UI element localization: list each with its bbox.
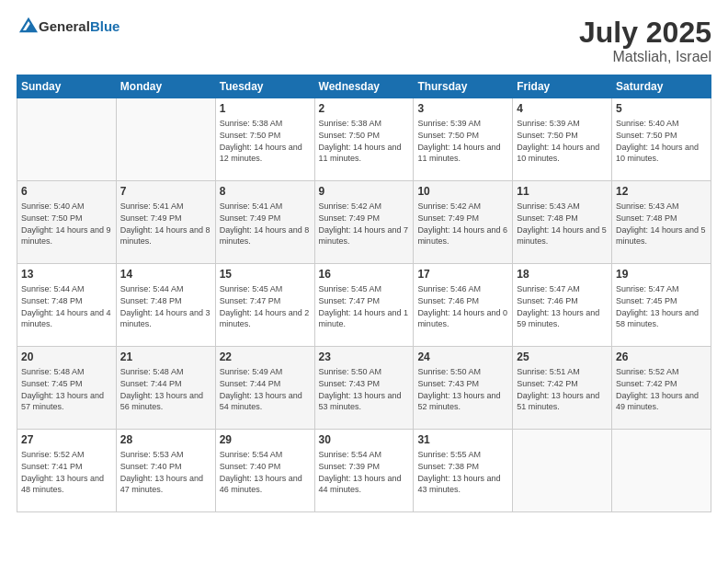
table-row: 29Sunrise: 5:54 AM Sunset: 7:40 PM Dayli… <box>215 430 314 512</box>
day-number: 27 <box>21 432 112 447</box>
day-detail: Sunrise: 5:39 AM Sunset: 7:50 PM Dayligh… <box>417 118 508 164</box>
day-detail: Sunrise: 5:40 AM Sunset: 7:50 PM Dayligh… <box>21 201 112 247</box>
day-detail: Sunrise: 5:50 AM Sunset: 7:43 PM Dayligh… <box>319 366 410 412</box>
col-friday: Friday <box>513 75 612 98</box>
table-row: 4Sunrise: 5:39 AM Sunset: 7:50 PM Daylig… <box>513 98 612 181</box>
day-detail: Sunrise: 5:42 AM Sunset: 7:49 PM Dayligh… <box>319 201 410 247</box>
day-number: 5 <box>616 101 707 116</box>
logo: GeneralBlue <box>17 17 119 37</box>
day-number: 30 <box>319 432 410 447</box>
calendar: Sunday Monday Tuesday Wednesday Thursday… <box>17 75 711 512</box>
logo-text: GeneralBlue <box>39 18 119 35</box>
table-row: 31Sunrise: 5:55 AM Sunset: 7:38 PM Dayli… <box>414 430 513 512</box>
day-detail: Sunrise: 5:46 AM Sunset: 7:46 PM Dayligh… <box>417 283 508 329</box>
day-number: 15 <box>220 267 311 282</box>
day-detail: Sunrise: 5:43 AM Sunset: 7:48 PM Dayligh… <box>616 201 707 247</box>
day-number: 7 <box>120 184 211 199</box>
table-row: 21Sunrise: 5:48 AM Sunset: 7:44 PM Dayli… <box>116 347 215 430</box>
day-detail: Sunrise: 5:51 AM Sunset: 7:42 PM Dayligh… <box>517 366 608 412</box>
day-detail: Sunrise: 5:44 AM Sunset: 7:48 PM Dayligh… <box>120 283 211 329</box>
table-row: 2Sunrise: 5:38 AM Sunset: 7:50 PM Daylig… <box>314 98 414 181</box>
page: GeneralBlue July 2025 Matsliah, Israel S… <box>0 0 728 563</box>
col-tuesday: Tuesday <box>215 75 314 98</box>
day-detail: Sunrise: 5:45 AM Sunset: 7:47 PM Dayligh… <box>319 283 410 329</box>
day-number: 23 <box>319 350 410 364</box>
month-year: July 2025 <box>579 17 711 49</box>
header: GeneralBlue July 2025 Matsliah, Israel <box>17 17 711 65</box>
table-row: 7Sunrise: 5:41 AM Sunset: 7:49 PM Daylig… <box>116 181 215 264</box>
table-row: 9Sunrise: 5:42 AM Sunset: 7:49 PM Daylig… <box>314 181 414 264</box>
table-row: 20Sunrise: 5:48 AM Sunset: 7:45 PM Dayli… <box>17 347 117 430</box>
table-row <box>612 430 711 512</box>
col-thursday: Thursday <box>414 75 513 98</box>
location: Matsliah, Israel <box>579 49 711 65</box>
day-detail: Sunrise: 5:42 AM Sunset: 7:49 PM Dayligh… <box>417 201 508 247</box>
table-row: 17Sunrise: 5:46 AM Sunset: 7:46 PM Dayli… <box>414 264 513 347</box>
day-number: 12 <box>616 184 707 199</box>
table-row: 1Sunrise: 5:38 AM Sunset: 7:50 PM Daylig… <box>215 98 314 181</box>
day-detail: Sunrise: 5:43 AM Sunset: 7:48 PM Dayligh… <box>517 201 608 247</box>
table-row: 16Sunrise: 5:45 AM Sunset: 7:47 PM Dayli… <box>314 264 414 347</box>
calendar-header-row: Sunday Monday Tuesday Wednesday Thursday… <box>17 75 711 98</box>
table-row <box>116 98 215 181</box>
day-detail: Sunrise: 5:47 AM Sunset: 7:46 PM Dayligh… <box>517 283 608 329</box>
day-number: 21 <box>120 350 211 364</box>
day-number: 26 <box>616 350 707 364</box>
day-number: 29 <box>220 432 311 447</box>
day-detail: Sunrise: 5:55 AM Sunset: 7:38 PM Dayligh… <box>417 449 508 495</box>
day-number: 10 <box>417 184 508 199</box>
table-row: 24Sunrise: 5:50 AM Sunset: 7:43 PM Dayli… <box>414 347 513 430</box>
table-row: 13Sunrise: 5:44 AM Sunset: 7:48 PM Dayli… <box>17 264 117 347</box>
day-detail: Sunrise: 5:54 AM Sunset: 7:39 PM Dayligh… <box>319 449 410 495</box>
day-number: 16 <box>319 267 410 282</box>
day-detail: Sunrise: 5:38 AM Sunset: 7:50 PM Dayligh… <box>220 118 311 164</box>
col-saturday: Saturday <box>612 75 711 98</box>
day-detail: Sunrise: 5:45 AM Sunset: 7:47 PM Dayligh… <box>220 283 311 329</box>
table-row: 3Sunrise: 5:39 AM Sunset: 7:50 PM Daylig… <box>414 98 513 181</box>
day-number: 2 <box>319 101 410 116</box>
day-detail: Sunrise: 5:41 AM Sunset: 7:49 PM Dayligh… <box>120 201 211 247</box>
col-sunday: Sunday <box>17 75 117 98</box>
day-detail: Sunrise: 5:48 AM Sunset: 7:45 PM Dayligh… <box>21 366 112 412</box>
day-number: 3 <box>417 101 508 116</box>
table-row: 11Sunrise: 5:43 AM Sunset: 7:48 PM Dayli… <box>513 181 612 264</box>
day-number: 31 <box>417 432 508 447</box>
day-detail: Sunrise: 5:38 AM Sunset: 7:50 PM Dayligh… <box>319 118 410 164</box>
day-number: 25 <box>517 350 608 364</box>
table-row: 5Sunrise: 5:40 AM Sunset: 7:50 PM Daylig… <box>612 98 711 181</box>
calendar-week-row: 20Sunrise: 5:48 AM Sunset: 7:45 PM Dayli… <box>17 347 711 430</box>
col-wednesday: Wednesday <box>314 75 414 98</box>
table-row: 15Sunrise: 5:45 AM Sunset: 7:47 PM Dayli… <box>215 264 314 347</box>
day-number: 14 <box>120 267 211 282</box>
table-row: 19Sunrise: 5:47 AM Sunset: 7:45 PM Dayli… <box>612 264 711 347</box>
table-row: 10Sunrise: 5:42 AM Sunset: 7:49 PM Dayli… <box>414 181 513 264</box>
day-number: 20 <box>21 350 112 364</box>
day-detail: Sunrise: 5:53 AM Sunset: 7:40 PM Dayligh… <box>120 449 211 495</box>
table-row <box>17 98 117 181</box>
day-number: 22 <box>220 350 311 364</box>
logo-general: General <box>39 18 90 34</box>
day-number: 13 <box>21 267 112 282</box>
table-row: 26Sunrise: 5:52 AM Sunset: 7:42 PM Dayli… <box>612 347 711 430</box>
day-number: 9 <box>319 184 410 199</box>
logo-blue: Blue <box>90 18 120 34</box>
day-number: 11 <box>517 184 608 199</box>
day-detail: Sunrise: 5:54 AM Sunset: 7:40 PM Dayligh… <box>220 449 311 495</box>
table-row: 12Sunrise: 5:43 AM Sunset: 7:48 PM Dayli… <box>612 181 711 264</box>
day-detail: Sunrise: 5:50 AM Sunset: 7:43 PM Dayligh… <box>417 366 508 412</box>
day-number: 4 <box>517 101 608 116</box>
table-row: 30Sunrise: 5:54 AM Sunset: 7:39 PM Dayli… <box>314 430 414 512</box>
day-detail: Sunrise: 5:39 AM Sunset: 7:50 PM Dayligh… <box>517 118 608 164</box>
col-monday: Monday <box>116 75 215 98</box>
day-number: 6 <box>21 184 112 199</box>
table-row: 14Sunrise: 5:44 AM Sunset: 7:48 PM Dayli… <box>116 264 215 347</box>
table-row: 25Sunrise: 5:51 AM Sunset: 7:42 PM Dayli… <box>513 347 612 430</box>
title-block: July 2025 Matsliah, Israel <box>579 17 711 65</box>
calendar-week-row: 1Sunrise: 5:38 AM Sunset: 7:50 PM Daylig… <box>17 98 711 181</box>
day-number: 28 <box>120 432 211 447</box>
day-detail: Sunrise: 5:52 AM Sunset: 7:41 PM Dayligh… <box>21 449 112 495</box>
day-detail: Sunrise: 5:49 AM Sunset: 7:44 PM Dayligh… <box>220 366 311 412</box>
table-row: 27Sunrise: 5:52 AM Sunset: 7:41 PM Dayli… <box>17 430 117 512</box>
table-row: 18Sunrise: 5:47 AM Sunset: 7:46 PM Dayli… <box>513 264 612 347</box>
day-detail: Sunrise: 5:40 AM Sunset: 7:50 PM Dayligh… <box>616 118 707 164</box>
